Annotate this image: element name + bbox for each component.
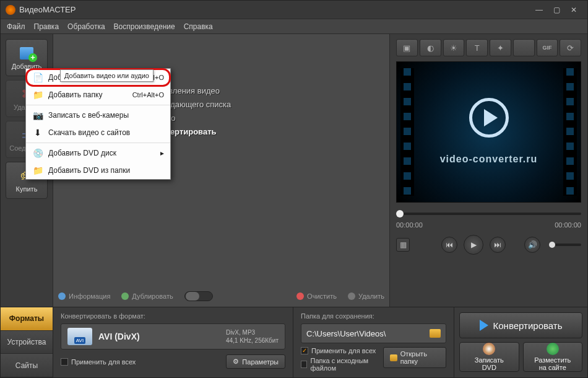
folder-panel: Папка для сохранения: C:\Users\User\Vide… [293, 307, 454, 377]
gif-icon[interactable]: GIF [537, 39, 558, 56]
clear-icon [296, 292, 304, 300]
snapshot-button[interactable]: ▦ [396, 238, 410, 252]
blank-icon[interactable] [513, 39, 535, 56]
menu-edit[interactable]: Правка [34, 22, 59, 31]
webcam-icon: 📷 [32, 110, 43, 120]
tab-sites[interactable]: Сайты [1, 354, 53, 377]
dvd-icon: 💿 [32, 148, 43, 158]
app-title: ВидеоМАСТЕР [19, 5, 530, 14]
open-folder-button[interactable]: Открыть папку [383, 347, 446, 368]
apply-all-checkbox[interactable]: Применить для всех [61, 358, 136, 366]
play-overlay-icon [469, 98, 509, 138]
contrast-icon[interactable]: ◐ [420, 39, 441, 56]
app-icon [6, 5, 15, 15]
buy-label: Купить [16, 185, 38, 193]
add-tooltip: Добавить видео или аудио [60, 69, 153, 82]
publish-button[interactable]: Разместитьна сайте [523, 342, 583, 372]
brand-text: video-converter.ru [397, 154, 581, 165]
clear-action[interactable]: Очистить [296, 292, 337, 300]
open-folder-icon [390, 354, 397, 361]
crop-icon[interactable]: ▣ [396, 39, 418, 56]
film-strip-left [400, 68, 414, 196]
time-start: 00:00:00 [396, 221, 423, 229]
add-dropdown-menu: 📄 Добавить видео или аудио Ctrl+O 📁 Доба… [25, 68, 171, 180]
minimize-button[interactable]: — [530, 4, 548, 16]
speed-icon[interactable]: ✦ [490, 39, 511, 56]
convert-button[interactable]: Конвертировать [459, 312, 582, 338]
menu-file[interactable]: Файл [7, 22, 25, 31]
add-icon [20, 47, 33, 59]
play-button[interactable]: ▶ [464, 235, 483, 255]
tab-devices[interactable]: Устройства [1, 331, 53, 354]
convert-panel: Конвертировать ЗаписатьDVD Разместитьна … [454, 307, 587, 377]
menu-add-dvd-folder[interactable]: 📁 Добавить DVD из папки [26, 162, 170, 179]
time-end: 00:00:00 [555, 221, 581, 229]
tab-formats[interactable]: Форматы [1, 307, 53, 331]
add-file-icon: 📄 [32, 73, 43, 82]
info-action[interactable]: Информация [58, 292, 110, 300]
titlebar: ВидеоМАСТЕР — ▢ ✕ [1, 1, 587, 19]
menu-download-video[interactable]: ⬇ Скачать видео с сайтов [26, 124, 170, 141]
globe-icon [547, 343, 559, 355]
gear-icon: ⚙ [233, 358, 239, 366]
duplicate-icon [121, 292, 129, 300]
menu-help[interactable]: Справка [184, 22, 213, 31]
chevron-right-icon: ▸ [160, 149, 164, 157]
menu-add-dvd[interactable]: 💿 Добавить DVD диск ▸ [26, 144, 170, 162]
maximize-button[interactable]: ▢ [548, 4, 565, 16]
burn-dvd-button[interactable]: ЗаписатьDVD [459, 342, 519, 372]
volume-button[interactable]: 🔊 [524, 237, 540, 253]
output-tabs: Форматы Устройства Сайты [1, 307, 53, 377]
format-panel: Конвертировать в формат: AVI (DivX) DivX… [53, 307, 293, 377]
menu-process[interactable]: Обработка [67, 22, 105, 31]
menu-playback[interactable]: Воспроизведение [114, 22, 175, 31]
prev-button[interactable]: ⏮ [441, 237, 457, 253]
list-actions: Информация Дублировать Очистить Удалить [58, 287, 384, 305]
avi-icon [67, 328, 92, 345]
folder-path: C:\Users\User\Videos\ [306, 329, 426, 338]
delete-action[interactable]: Удалить [348, 292, 384, 300]
dvd-folder-icon: 📁 [32, 165, 43, 175]
params-button[interactable]: ⚙Параметры [226, 354, 285, 369]
format-name: AVI (DivX) [98, 332, 140, 341]
seek-bar[interactable] [396, 209, 581, 219]
format-selector[interactable]: AVI (DivX) DivX, MP3 44,1 KHz, 256Кбит [61, 323, 285, 349]
preview-panel: ▣ ◐ ☀ T ✦ GIF ⟳ video-converter.ru 00:00… [389, 34, 587, 307]
download-icon: ⬇ [32, 128, 43, 138]
folder-panel-title: Папка для сохранения: [301, 312, 446, 320]
duplicate-action[interactable]: Дублировать [121, 292, 173, 300]
menu-add-folder[interactable]: 📁 Добавить папку Ctrl+Alt+O [26, 86, 170, 103]
delete-icon [348, 292, 355, 300]
menubar: Файл Правка Обработка Воспроизведение Сп… [1, 19, 587, 34]
playback-controls: ▦ ⏮ ▶ ⏭ 🔊 [396, 235, 581, 255]
disc-icon [483, 343, 495, 355]
add-folder-icon: 📁 [32, 90, 43, 100]
menu-record-webcam[interactable]: 📷 Записать с веб-камеры [26, 107, 170, 124]
arrow-icon [480, 320, 488, 331]
folder-icon[interactable] [430, 329, 441, 338]
source-folder-checkbox[interactable]: Папка с исходным файлом [301, 357, 383, 372]
effects-toolbar: ▣ ◐ ☀ T ✦ GIF ⟳ [396, 39, 581, 56]
folder-path-box[interactable]: C:\Users\User\Videos\ [301, 323, 446, 343]
film-strip-right [563, 68, 577, 196]
next-button[interactable]: ⏭ [490, 237, 506, 253]
folder-apply-checkbox[interactable]: Применить для всех [301, 347, 383, 354]
preview-display: video-converter.ru [396, 61, 581, 203]
close-button[interactable]: ✕ [565, 4, 582, 16]
format-panel-title: Конвертировать в формат: [61, 312, 285, 320]
rotate-icon[interactable]: ⟳ [560, 39, 581, 56]
info-icon [58, 292, 66, 300]
volume-slider[interactable] [549, 244, 581, 246]
text-icon[interactable]: T [466, 39, 488, 56]
view-toggle[interactable] [184, 291, 213, 301]
brightness-icon[interactable]: ☀ [443, 39, 465, 56]
